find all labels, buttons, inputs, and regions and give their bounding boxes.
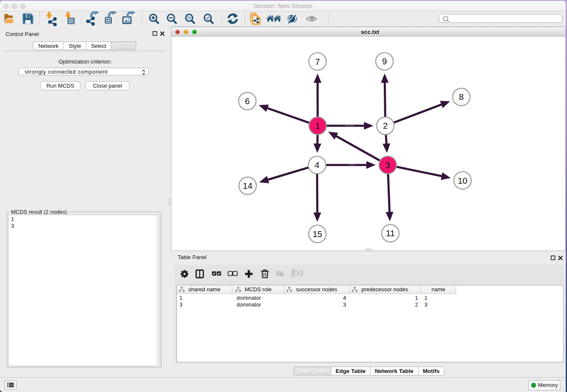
svg-text:4: 4 <box>315 160 319 170</box>
svg-text:2: 2 <box>383 121 388 130</box>
svg-text:8: 8 <box>459 92 464 102</box>
svg-text:7: 7 <box>315 57 320 66</box>
svg-text:9: 9 <box>382 56 387 66</box>
svg-text:15: 15 <box>313 229 322 239</box>
svg-text:11: 11 <box>386 228 395 238</box>
svg-text:3: 3 <box>385 160 390 170</box>
svg-text:14: 14 <box>243 181 253 190</box>
svg-text:6: 6 <box>245 96 250 106</box>
svg-text:10: 10 <box>458 176 468 185</box>
svg-text:1: 1 <box>315 121 320 130</box>
